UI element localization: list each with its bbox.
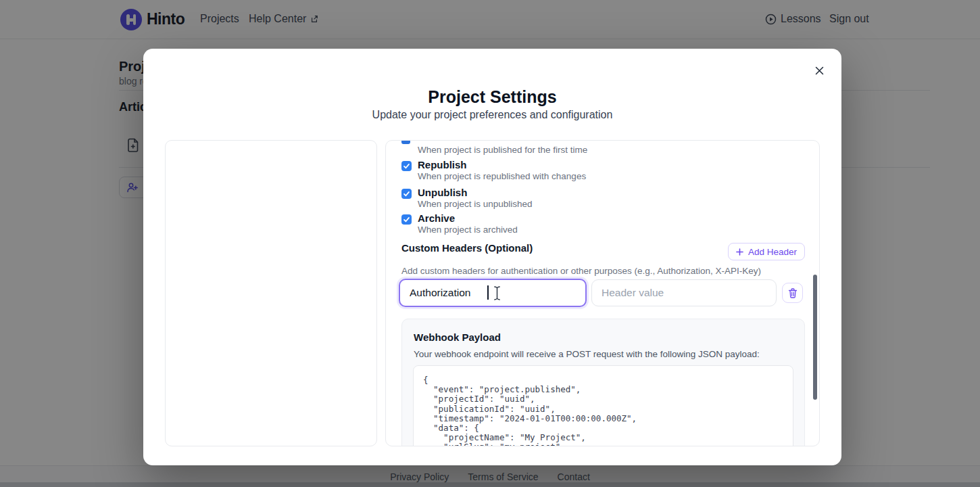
plus-icon (736, 248, 743, 256)
panel-scrollbar-thumb[interactable] (813, 275, 817, 400)
notification-description: When project is archived (418, 225, 518, 235)
notification-label: Republish (418, 159, 467, 170)
webhook-settings-panel: When project is published for the first … (385, 140, 820, 446)
notification-label: Unpublish (418, 187, 467, 198)
notification-description: When project is unpublished (418, 199, 533, 209)
checkmark-icon (403, 162, 410, 170)
notification-description: When project is republished with changes (418, 171, 586, 181)
modal-subtitle: Update your project preferences and conf… (143, 109, 841, 121)
trash-icon (788, 288, 798, 298)
checkmark-icon (403, 190, 410, 198)
webhook-payload-heading: Webhook Payload (414, 331, 501, 343)
modal-title: Project Settings (143, 87, 841, 107)
webhook-payload-card: Webhook Payload Your webhook endpoint wi… (401, 319, 805, 446)
ibeam-cursor (493, 286, 501, 300)
custom-headers-helper: Add custom headers for authentication or… (401, 266, 761, 276)
text-caret (487, 285, 489, 300)
custom-headers-heading: Custom Headers (Optional) (401, 242, 533, 254)
header-name-input[interactable] (399, 279, 587, 307)
checkmark-icon (403, 216, 410, 223)
unpublish-checkbox[interactable] (401, 189, 412, 199)
app-window: Hinto Projects Help Center Lessons Sign … (0, 0, 980, 487)
add-header-button[interactable]: Add Header (728, 243, 805, 260)
republish-checkbox[interactable] (401, 161, 412, 171)
settings-left-panel (165, 140, 377, 446)
close-button[interactable] (811, 62, 827, 78)
notification-description: When project is published for the first … (418, 145, 587, 155)
project-settings-modal: Project Settings Update your project pre… (143, 49, 841, 465)
publish-checkbox-clipped[interactable] (401, 141, 410, 144)
json-payload-code: { "event": "project.published", "project… (423, 375, 783, 446)
notification-label: Archive (418, 212, 455, 224)
delete-header-button[interactable] (782, 283, 803, 303)
json-code-block: { "event": "project.published", "project… (413, 365, 793, 446)
header-value-input[interactable] (591, 279, 777, 306)
archive-checkbox[interactable] (401, 214, 412, 225)
webhook-payload-description: Your webhook endpoint will receive a POS… (414, 349, 760, 359)
close-icon (814, 66, 825, 76)
